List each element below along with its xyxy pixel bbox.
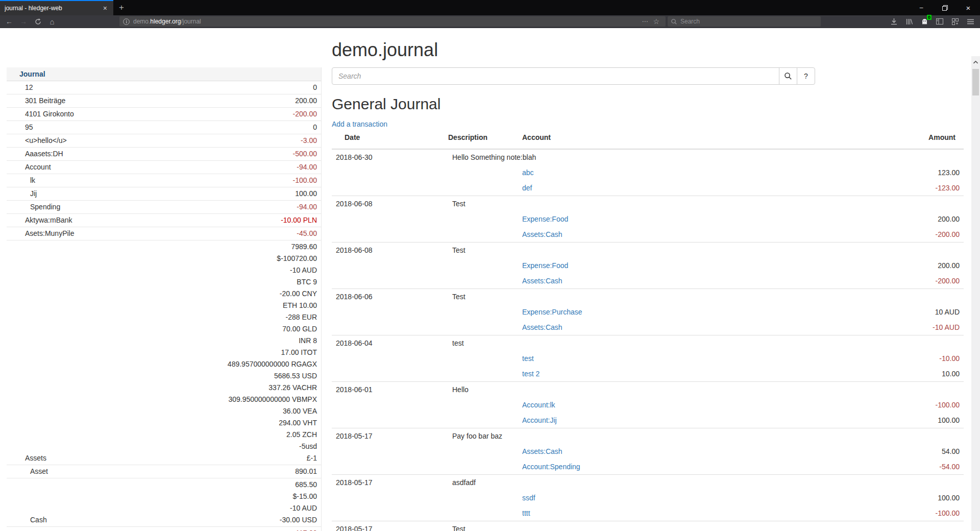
posting-row: Expense:Purchase 10 AUD (332, 304, 964, 320)
posting-account-link[interactable]: Expense:Food (522, 261, 568, 270)
sidebar-account-balances: -200.00 (293, 108, 321, 120)
posting-account-link[interactable]: abc (522, 168, 534, 177)
posting-account-link[interactable]: tttt (522, 509, 530, 517)
home-icon[interactable]: ⌂ (45, 16, 59, 27)
section-title: General Journal (332, 95, 964, 113)
posting-account-link[interactable]: Account:lk (522, 401, 555, 409)
account-balance: 5686.53 USD (228, 370, 317, 382)
sidebar-account-link[interactable]: Account (7, 161, 297, 173)
sidebar-account-row: 12 0 (7, 81, 321, 94)
menu-hamburger-icon[interactable] (963, 16, 978, 27)
window-minimize-button[interactable]: – (910, 0, 933, 15)
url-bar[interactable]: demo.hledger.org/journal ⋯ ☆ (119, 16, 666, 27)
journal-link[interactable]: Journal (19, 70, 45, 78)
posting-account-link[interactable]: Expense:Purchase (522, 308, 582, 316)
sidebar-account-link[interactable]: Spending (7, 201, 297, 213)
transaction-date: 2018-06-04 (332, 335, 448, 351)
posting-account-link[interactable]: Assets:Cash (522, 323, 562, 331)
transaction: 2018-06-08 Test Expense:Food 200.00 Asse… (332, 196, 964, 243)
posting-account-link[interactable]: Account:Jij (522, 416, 557, 424)
sidebars-icon[interactable] (932, 16, 947, 27)
account-balance: 0 (313, 122, 317, 133)
posting-account-link[interactable]: test 2 (522, 370, 540, 378)
account-balance: 337.26 VACHR (228, 382, 317, 394)
transaction-date: 2018-06-30 (332, 149, 448, 165)
posting-account-link[interactable]: Assets:Cash (522, 277, 562, 285)
transaction: 2018-06-04 test test -10.00 test 2 10.00 (332, 335, 964, 382)
sidebar-account-link[interactable]: <u>hello</u> (7, 135, 301, 147)
sidebar-account-balances: 7989.60$-100720.00-10 AUDBTC 9-20.00 CNY… (228, 241, 321, 464)
sidebar-account-row: -117.00 (7, 527, 321, 531)
sidebar-account-link[interactable]: Asset (7, 466, 295, 477)
sidebar-account-link[interactable]: lk (7, 175, 293, 186)
back-icon[interactable]: ← (2, 16, 16, 27)
search-icon (785, 73, 792, 80)
sidebar-account-balances: -3.00 (301, 135, 321, 147)
account-balance: INR 8 (228, 335, 317, 347)
sidebar-account-link[interactable]: Aktywa:mBank (7, 214, 281, 226)
transaction-title-row: 2018-06-08 Test (332, 196, 964, 212)
sidebar-account-row: Jij 100.00 (7, 187, 321, 201)
transaction-description: Pay foo bar baz (448, 428, 964, 444)
transaction-description: Test (448, 196, 964, 212)
window-restore-button[interactable] (933, 0, 957, 15)
search-input[interactable] (332, 67, 779, 85)
account-balance: -117.00 (293, 527, 317, 531)
posting-account-link[interactable]: Account:Spending (522, 463, 580, 471)
posting-amount: -123.00 (853, 180, 964, 196)
window-close-button[interactable]: × (957, 0, 980, 15)
reload-icon[interactable] (31, 16, 45, 27)
search-button[interactable] (779, 67, 797, 85)
forward-icon[interactable]: → (16, 16, 31, 27)
sidebar-account-link[interactable]: 301 Beiträge (7, 95, 295, 107)
scrollbar-thumb[interactable] (972, 69, 979, 95)
sidebar-header: Journal (7, 67, 321, 81)
scrollbar-track[interactable] (971, 56, 980, 531)
sidebar-account-balances: -100.00 (293, 175, 321, 186)
posting-account-link[interactable]: def (522, 184, 532, 192)
sidebar-account-link[interactable]: 4101 Girokonto (7, 108, 293, 120)
posting-account-link[interactable]: test (522, 354, 534, 363)
add-transaction-link[interactable]: Add a transaction (332, 120, 387, 128)
sidebar-account-link[interactable]: 95 (7, 122, 313, 133)
account-balance: -100.00 (293, 175, 317, 186)
posting-account-link[interactable]: Expense:Food (522, 215, 568, 223)
bookmark-star-icon[interactable]: ☆ (650, 17, 662, 26)
posting-amount: 10.00 (853, 366, 964, 382)
journal-table: Date Description Account Amount 2018-06-… (332, 130, 964, 531)
downloads-icon[interactable] (886, 16, 901, 27)
accounts-sidebar: Journal 12 0 301 Beiträge 200.00 4101 Gi… (7, 67, 322, 531)
toolbar-search-input[interactable]: Search (668, 16, 821, 27)
site-info-icon[interactable] (123, 18, 130, 25)
apps-grid-icon[interactable] (947, 16, 963, 27)
url-path: /journal (181, 18, 201, 25)
sidebar-account-link[interactable]: Asets:MunyPile (7, 228, 297, 239)
sidebar-account-link[interactable]: Jij (7, 188, 295, 200)
posting-amount: -10 AUD (853, 320, 964, 335)
new-tab-button[interactable]: + (113, 0, 130, 15)
search-help-button[interactable]: ? (797, 67, 815, 85)
posting-amount: 100.00 (853, 490, 964, 505)
sidebar-account-balances: -94.00 (297, 201, 321, 213)
transaction: 2018-06-30 Hello Something note:blah abc… (332, 149, 964, 196)
sidebar-account-link[interactable]: Cash (7, 514, 280, 526)
sidebar-account-link[interactable]: 12 (7, 82, 313, 93)
page-title: demo.journal (332, 40, 964, 60)
tab-close-icon[interactable]: × (102, 4, 109, 12)
browser-tab[interactable]: journal - hledger-web × (0, 0, 113, 15)
account-balance: 70.00 GLD (228, 323, 317, 335)
account-balance: ETH 10.00 (228, 300, 317, 311)
sidebar-account-link[interactable]: Assets (7, 452, 228, 464)
posting-account-link[interactable]: Assets:Cash (522, 230, 562, 238)
scrollbar-up-icon[interactable] (971, 58, 980, 66)
sidebar-account-link[interactable]: Aaasets:DH (7, 148, 293, 160)
library-icon[interactable] (901, 16, 917, 27)
account-balance: 309.950000000000 VBMPX (228, 394, 317, 405)
posting-account-link[interactable]: ssdf (522, 494, 535, 502)
posting-row: Assets:Cash -200.00 (332, 227, 964, 243)
account-balance: 100.00 (295, 188, 317, 200)
posting-account-link[interactable]: Assets:Cash (522, 447, 562, 455)
page-actions-icon[interactable]: ⋯ (639, 18, 650, 25)
ghostery-extension-icon[interactable]: 0 (917, 16, 932, 27)
transaction: 2018-06-01 Hello Account:lk -100.00 Acco… (332, 382, 964, 428)
